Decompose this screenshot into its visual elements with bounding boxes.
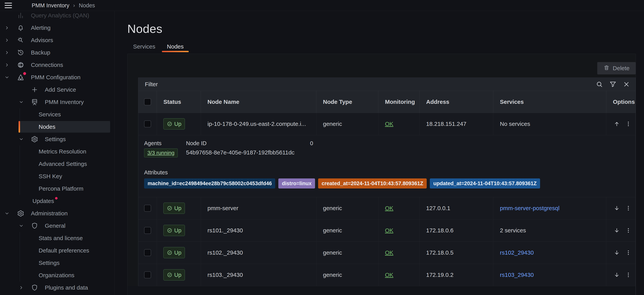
chevron-right-slot <box>3 63 11 68</box>
monitoring-ok-link[interactable]: OK <box>385 249 393 256</box>
sidebar-item-organizations[interactable]: Organizations <box>0 269 114 281</box>
sidebar-item-advanced-settings[interactable]: Advanced Settings <box>0 158 114 170</box>
sidebar-item-pmm-configuration[interactable]: PMM Configuration <box>0 71 114 84</box>
cell-services: No services <box>493 113 606 135</box>
sidebar-item-services[interactable]: Services <box>0 108 114 121</box>
row-checkbox[interactable] <box>144 227 151 234</box>
sidebar-item-default-preferences[interactable]: Default preferences <box>0 244 114 257</box>
sidebar-item-updates[interactable]: Updates <box>0 195 114 207</box>
arrow-down-icon[interactable] <box>614 227 620 234</box>
check-circle-icon <box>167 228 172 233</box>
arrow-down-icon[interactable] <box>614 249 620 256</box>
status-badge-label: Up <box>174 227 182 234</box>
bell-icon <box>17 24 24 32</box>
breadcrumb-pmm-inventory[interactable]: PMM Inventory <box>32 2 69 9</box>
chevron-down-slot <box>17 100 26 105</box>
select-all-checkbox[interactable] <box>144 98 151 105</box>
cell-options <box>606 219 637 241</box>
chevron-right-icon <box>4 50 10 55</box>
status-badge-up: Up <box>164 269 185 280</box>
row-checkbox[interactable] <box>144 120 151 127</box>
sidebar-item-administration[interactable]: Administration <box>0 207 114 220</box>
cell-services: rs103_29430 <box>493 264 606 286</box>
sidebar-item-label: Default preferences <box>39 247 89 254</box>
close-icon[interactable] <box>623 81 630 88</box>
table-row-rs102._29430: Uprs102._29430genericOK172.18.0.5rs102_2… <box>138 242 636 264</box>
agents-running-badge[interactable]: 3/3 running <box>144 148 178 157</box>
chevron-down-slot <box>3 75 11 80</box>
sidebar-item-metrics-resolution[interactable]: Metrics Resolution <box>0 145 114 158</box>
sidebar-item-connections[interactable]: Connections <box>0 59 114 71</box>
sidebar-item-alerting[interactable]: Alerting <box>0 22 114 34</box>
sidebar-item-label: Administration <box>31 210 68 217</box>
menu-toggle-icon[interactable] <box>5 3 12 8</box>
cell-checkbox <box>138 113 157 135</box>
arrow-down-icon[interactable] <box>614 272 620 278</box>
service-link[interactable]: pmm-server-postgresql <box>500 205 560 211</box>
monitoring-ok-link[interactable]: OK <box>385 227 393 234</box>
arrow-down-icon[interactable] <box>614 205 620 211</box>
indent-guide <box>20 108 20 121</box>
filter-label: Filter <box>145 81 158 88</box>
attribute-badge: distro=linux <box>278 178 315 188</box>
kebab-icon[interactable] <box>625 227 632 234</box>
cell-status: Up <box>157 113 201 135</box>
cell-monitoring: OK <box>378 113 420 135</box>
kebab-icon[interactable] <box>625 205 632 211</box>
cell-address: 172.18.0.6 <box>420 219 493 241</box>
filter-bar: Filter <box>138 78 636 91</box>
cell-monitoring: OK <box>378 264 420 286</box>
sidebar-item-general[interactable]: General <box>0 220 114 232</box>
kebab-icon[interactable] <box>625 272 632 278</box>
funnel-icon[interactable] <box>609 81 616 88</box>
tab-nodes[interactable]: Nodes <box>161 42 190 52</box>
chevron-down-icon <box>19 137 24 142</box>
sidebar-item-add-service[interactable]: Add Service <box>0 84 114 96</box>
sidebar-navigation: Query Analytics (QAN)AlertingAdvisorsBac… <box>0 11 114 295</box>
sidebar-item-percona-platform[interactable]: Percona Platform <box>0 182 114 195</box>
sidebar-item-stats-and-license[interactable]: Stats and license <box>0 232 114 244</box>
chevron-down-icon <box>19 100 24 105</box>
tab-services[interactable]: Services <box>127 42 161 52</box>
service-link[interactable]: rs102_29430 <box>500 249 534 256</box>
kebab-icon[interactable] <box>625 121 632 127</box>
sidebar-item-nodes[interactable]: Nodes <box>0 121 114 133</box>
sidebar-item-label: Advanced Settings <box>39 161 87 167</box>
monitoring-ok-link[interactable]: OK <box>385 272 393 278</box>
search-icon[interactable] <box>596 81 603 88</box>
row-checkbox[interactable] <box>144 205 151 212</box>
cell-services: 2 services <box>493 219 606 241</box>
table-header-row: StatusNode NameNode TypeMonitoringAddres… <box>138 91 636 113</box>
delete-button[interactable]: Delete <box>597 62 636 74</box>
monitoring-ok-link[interactable]: OK <box>385 205 393 211</box>
sidebar-item-settings[interactable]: Settings <box>0 133 114 145</box>
chevron-down-icon <box>4 75 10 80</box>
service-link[interactable]: rs103_29430 <box>500 272 534 278</box>
sidebar-item-ssh-key[interactable]: SSH Key <box>0 170 114 182</box>
attributes-label: Attributes <box>144 169 636 176</box>
row-checkbox[interactable] <box>144 271 151 278</box>
row-checkbox[interactable] <box>144 249 151 256</box>
panel-footer-strip <box>128 286 636 295</box>
cell-node-type: generic <box>316 219 378 241</box>
connections-icon <box>17 61 24 69</box>
cell-address: 172.19.0.2 <box>420 264 493 286</box>
cell-monitoring: OK <box>378 197 420 219</box>
sidebar-item-backup[interactable]: Backup <box>0 46 114 59</box>
shield-icon <box>31 284 38 291</box>
cell-status: Up <box>157 264 201 286</box>
sidebar-item-advisors[interactable]: Advisors <box>0 34 114 46</box>
status-badge-label: Up <box>174 272 182 278</box>
sidebar-item-query-analytics[interactable]: Query Analytics (QAN) <box>0 11 114 22</box>
sidebar-item-settings-general[interactable]: Settings <box>0 257 114 269</box>
breadcrumb-separator: › <box>73 3 75 9</box>
monitoring-ok-link[interactable]: OK <box>385 121 393 127</box>
kebab-icon[interactable] <box>625 249 632 256</box>
arrow-up-icon[interactable] <box>614 121 620 127</box>
sidebar-item-plugins-and-data[interactable]: Plugins and data <box>0 281 114 294</box>
status-badge-up: Up <box>164 247 185 258</box>
sidebar-item-label: Advisors <box>31 37 53 44</box>
sidebar-item-pmm-inventory[interactable]: PMM Inventory <box>0 96 114 108</box>
chevron-right-slot <box>17 285 26 290</box>
shield-icon <box>31 222 38 229</box>
